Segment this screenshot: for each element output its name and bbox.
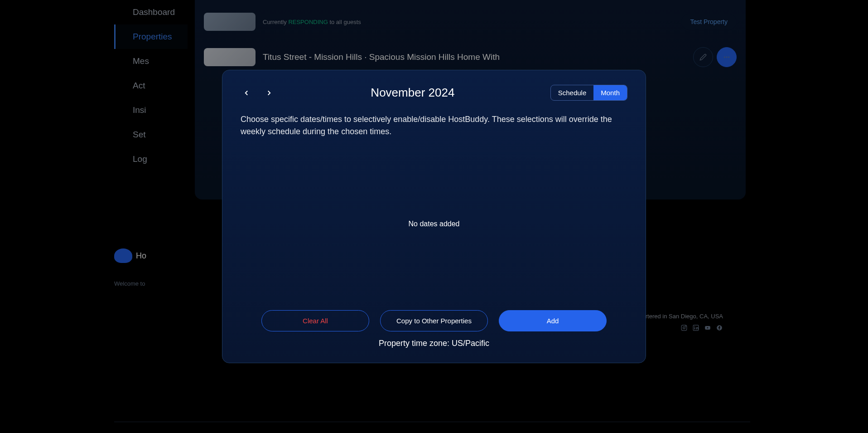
- copy-properties-button[interactable]: Copy to Other Properties: [380, 310, 488, 331]
- timezone-label: Property time zone: US/Pacific: [241, 339, 627, 348]
- chevron-right-icon: [265, 89, 273, 97]
- modal-body: No dates added: [241, 147, 627, 301]
- modal-header: November 2024 Schedule Month: [241, 85, 627, 101]
- chevron-left-icon: [242, 89, 251, 97]
- add-button[interactable]: Add: [499, 310, 607, 331]
- schedule-modal: November 2024 Schedule Month Choose spec…: [222, 70, 646, 363]
- clear-all-button[interactable]: Clear All: [261, 310, 369, 331]
- month-title: November 2024: [371, 86, 454, 100]
- month-nav: [241, 87, 275, 99]
- view-toggle: Schedule Month: [550, 85, 627, 101]
- modal-footer: Clear All Copy to Other Properties Add: [241, 310, 627, 331]
- modal-description: Choose specific dates/times to selective…: [241, 113, 627, 138]
- modal-overlay: November 2024 Schedule Month Choose spec…: [0, 0, 868, 433]
- prev-month-button[interactable]: [241, 87, 252, 99]
- next-month-button[interactable]: [263, 87, 275, 99]
- schedule-toggle[interactable]: Schedule: [551, 85, 594, 100]
- empty-state: No dates added: [409, 220, 460, 228]
- month-toggle[interactable]: Month: [593, 85, 627, 100]
